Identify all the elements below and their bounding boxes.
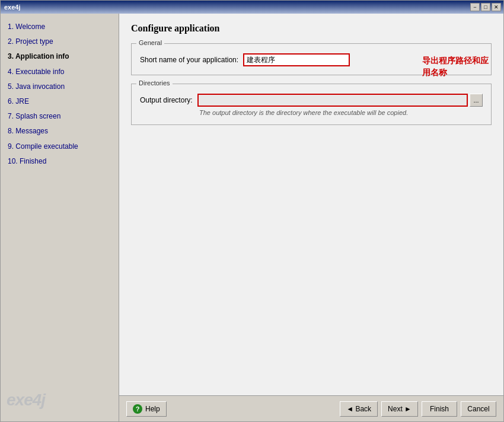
back-button[interactable]: ◄ Back <box>340 401 378 417</box>
sidebar-item-splash-screen[interactable]: 7. Splash screen <box>1 109 119 124</box>
output-directory-label: Output directory: <box>140 96 193 104</box>
sidebar: 1. Welcome 2. Project type 3. Applicatio… <box>1 14 119 421</box>
footer-right: ◄ Back Next ► Finish Cancel <box>340 401 496 417</box>
sidebar-watermark: exe4j <box>7 391 45 410</box>
finish-button[interactable]: Finish <box>422 401 457 417</box>
short-name-input[interactable] <box>243 53 350 66</box>
title-bar-buttons: − □ ✕ <box>470 3 501 11</box>
sidebar-item-project-type[interactable]: 2. Project type <box>1 34 119 49</box>
maximize-button[interactable]: □ <box>481 3 490 11</box>
directories-section-label: Directories <box>136 79 173 87</box>
directories-section: Directories Output directory: ... The ou… <box>131 84 492 125</box>
close-button[interactable]: ✕ <box>492 3 501 11</box>
sidebar-item-java-invocation[interactable]: 5. Java invocation <box>1 79 119 94</box>
short-name-label: Short name of your application: <box>140 56 238 64</box>
footer: ? Help ◄ Back Next ► Finish Cancel <box>119 395 503 421</box>
cancel-button[interactable]: Cancel <box>461 401 496 417</box>
main-area: Configure application General Short name… <box>119 14 503 421</box>
help-label: Help <box>145 405 160 413</box>
sidebar-item-compile-executable[interactable]: 9. Compile executable <box>1 139 119 154</box>
annotation: 导出程序路径和应用名称 <box>422 55 489 78</box>
title-bar: exe4j − □ ✕ <box>1 1 503 14</box>
sidebar-item-jre[interactable]: 6. JRE <box>1 94 119 109</box>
footer-left: ? Help <box>126 401 340 417</box>
next-button[interactable]: Next ► <box>381 401 418 417</box>
sidebar-item-application-info[interactable]: 3. Application info <box>1 49 119 64</box>
annotation-text: 导出程序路径和应用名称 <box>422 56 489 77</box>
sidebar-item-welcome[interactable]: 1. Welcome <box>1 20 119 34</box>
sidebar-item-executable-info[interactable]: 4. Executable info <box>1 65 119 79</box>
output-directory-input[interactable] <box>197 94 468 107</box>
sidebar-item-finished[interactable]: 10. Finished <box>1 154 119 169</box>
general-section-label: General <box>136 39 164 46</box>
help-icon: ? <box>133 404 142 414</box>
minimize-button[interactable]: − <box>470 3 480 11</box>
sidebar-item-messages[interactable]: 8. Messages <box>1 124 119 139</box>
window-title: exe4j <box>4 4 21 11</box>
output-directory-row: Output directory: ... <box>140 94 483 107</box>
page-title: Configure application <box>131 23 492 34</box>
window-body: 1. Welcome 2. Project type 3. Applicatio… <box>1 14 503 421</box>
output-directory-hint: The output directory is the directory wh… <box>140 109 483 116</box>
main-window: exe4j − □ ✕ 1. Welcome 2. Project type 3… <box>0 0 504 422</box>
help-button[interactable]: ? Help <box>126 401 167 417</box>
browse-button[interactable]: ... <box>470 94 483 107</box>
main-content: Configure application General Short name… <box>119 14 503 395</box>
